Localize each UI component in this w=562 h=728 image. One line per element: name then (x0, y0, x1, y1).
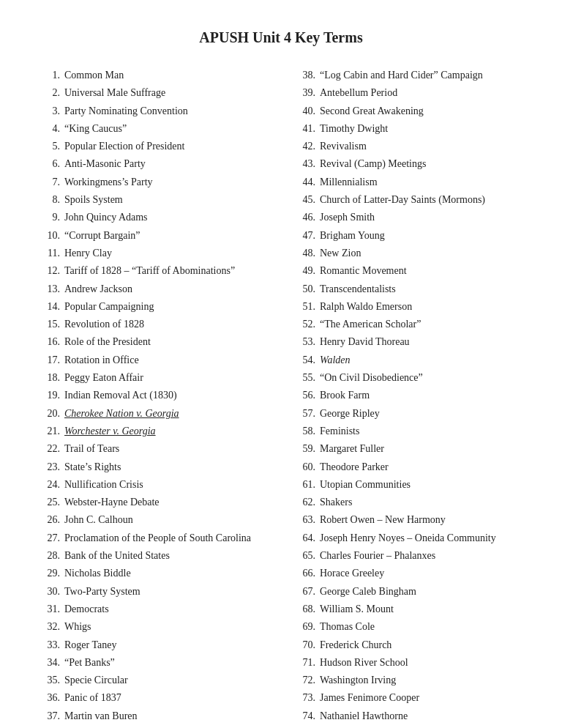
term-label: Brook Farm (320, 388, 525, 403)
term-label: Bank of the United States (64, 549, 270, 563)
term-label: Cherokee Nation v. Georgia (64, 406, 270, 421)
term-label: Peggy Eaton Affair (64, 371, 270, 385)
term-number: 8. (37, 193, 60, 207)
list-item: 13.Andrew Jackson (37, 282, 270, 297)
list-item: 21.Worchester v. Georgia (37, 424, 270, 439)
list-item: 52.“The American Scholar” (292, 317, 525, 332)
term-number: 14. (37, 300, 60, 314)
term-number: 51. (292, 300, 315, 314)
term-number: 44. (292, 175, 315, 190)
list-item: 12.Tariff of 1828 – “Tariff of Abominati… (37, 264, 270, 278)
term-label: Role of the President (64, 335, 270, 349)
term-number: 28. (37, 549, 60, 563)
term-label: Henry Clay (64, 246, 270, 261)
term-number: 42. (292, 139, 315, 154)
list-item: 59.Margaret Fuller (292, 442, 525, 456)
term-number: 71. (292, 655, 315, 670)
term-label: Joseph Henry Noyes – Oneida Community (320, 531, 525, 546)
page-title: APUSH Unit 4 Key Terms (37, 29, 525, 46)
term-number: 35. (37, 673, 60, 688)
term-label: Second Great Awakening (320, 104, 525, 119)
term-label: Two-Party System (64, 584, 270, 599)
list-item: 46.Joseph Smith (292, 210, 525, 225)
term-number: 32. (37, 620, 60, 634)
term-label: Brigham Young (320, 229, 525, 243)
term-label: Democrats (64, 602, 270, 617)
list-item: 42.Revivalism (292, 139, 525, 154)
term-number: 3. (37, 104, 60, 119)
term-number: 38. (292, 68, 315, 83)
list-item: 55.“On Civil Disobedience” (292, 371, 525, 385)
term-label: “King Caucus” (64, 122, 270, 136)
list-item: 71.Hudson River School (292, 655, 525, 670)
list-item: 22.Trail of Tears (37, 442, 270, 456)
term-label: Popular Election of President (64, 139, 270, 154)
term-number: 60. (292, 460, 315, 475)
term-number: 9. (37, 210, 60, 225)
term-number: 57. (292, 406, 315, 421)
term-label: Common Man (64, 68, 270, 83)
term-number: 52. (292, 317, 315, 332)
term-number: 54. (292, 353, 315, 368)
term-number: 10. (37, 229, 60, 243)
term-label: Robert Owen – New Harmony (320, 513, 525, 527)
list-item: 43.Revival (Camp) Meetings (292, 157, 525, 171)
term-label: Timothy Dwight (320, 122, 525, 136)
term-number: 16. (37, 335, 60, 349)
term-label: Trail of Tears (64, 442, 270, 456)
list-item: 1.Common Man (37, 68, 270, 83)
list-item: 61.Utopian Communities (292, 478, 525, 492)
term-label: Spoils System (64, 193, 270, 207)
right-column: 38.“Log Cabin and Hard Cider” Campaign39… (292, 68, 525, 727)
term-number: 48. (292, 246, 315, 261)
list-item: 9.John Quincy Adams (37, 210, 270, 225)
term-number: 56. (292, 388, 315, 403)
list-item: 74.Nathaniel Hawthorne (292, 709, 525, 724)
term-label: William S. Mount (320, 602, 525, 617)
term-number: 59. (292, 442, 315, 456)
term-label: Feminists (320, 424, 525, 439)
term-number: 49. (292, 264, 315, 278)
list-item: 70.Frederick Church (292, 638, 525, 653)
list-item: 44.Millennialism (292, 175, 525, 190)
term-label: “Corrupt Bargain” (64, 229, 270, 243)
list-item: 72.Washington Irving (292, 673, 525, 688)
term-number: 13. (37, 282, 60, 297)
term-number: 66. (292, 566, 315, 581)
list-item: 4.“King Caucus” (37, 122, 270, 136)
list-item: 45.Church of Latter-Day Saints (Mormons) (292, 193, 525, 207)
list-item: 3.Party Nominating Convention (37, 104, 270, 119)
list-item: 17.Rotation in Office (37, 353, 270, 368)
term-label: Rotation in Office (64, 353, 270, 368)
list-item: 60.Theodore Parker (292, 460, 525, 475)
list-item: 19.Indian Removal Act (1830) (37, 388, 270, 403)
term-label: George Ripley (320, 406, 525, 421)
list-item: 40.Second Great Awakening (292, 104, 525, 119)
term-number: 2. (37, 86, 60, 100)
term-label: Whigs (64, 620, 270, 634)
list-item: 15.Revolution of 1828 (37, 317, 270, 332)
term-label: John C. Calhoun (64, 513, 270, 527)
list-item: 20.Cherokee Nation v. Georgia (37, 406, 270, 421)
list-item: 14.Popular Campaigning (37, 300, 270, 314)
term-label: “The American Scholar” (320, 317, 525, 332)
term-label: Tariff of 1828 – “Tariff of Abominations… (64, 264, 270, 278)
term-number: 19. (37, 388, 60, 403)
list-item: 2.Universal Male Suffrage (37, 86, 270, 100)
term-number: 29. (37, 566, 60, 581)
term-label: Shakers (320, 495, 525, 510)
term-label: Roger Taney (64, 638, 270, 653)
term-number: 15. (37, 317, 60, 332)
term-label: State’s Rights (64, 460, 270, 475)
term-label: Popular Campaigning (64, 300, 270, 314)
term-label: Nathaniel Hawthorne (320, 709, 525, 724)
term-number: 20. (37, 406, 60, 421)
term-label: Revolution of 1828 (64, 317, 270, 332)
term-number: 68. (292, 602, 315, 617)
term-number: 23. (37, 460, 60, 475)
term-number: 45. (292, 193, 315, 207)
term-label: Proclamation of the People of South Caro… (64, 531, 270, 546)
list-item: 58.Feminists (292, 424, 525, 439)
term-label: Washington Irving (320, 673, 525, 688)
term-label: Millennialism (320, 175, 525, 190)
